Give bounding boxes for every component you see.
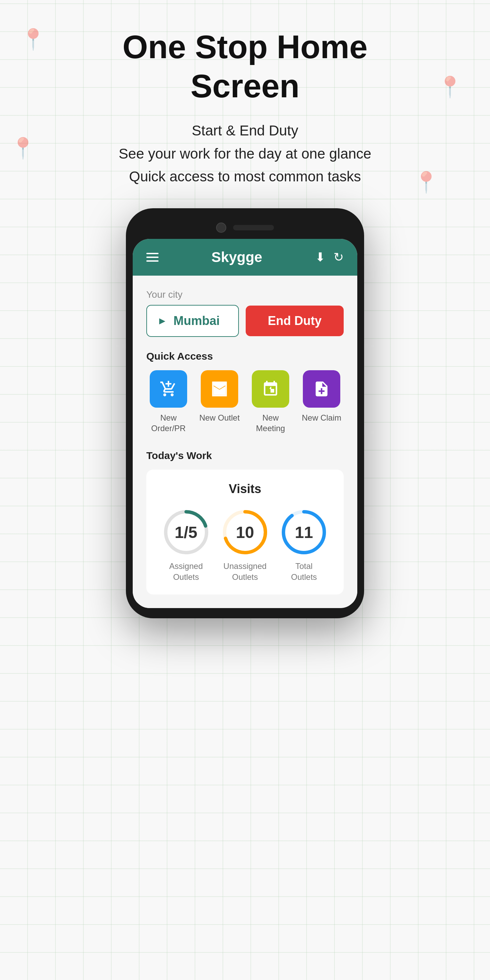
new-order-icon-box — [150, 370, 187, 408]
assigned-circle: 1/5 — [162, 508, 210, 556]
refresh-icon[interactable]: ↻ — [334, 250, 344, 264]
map-pin-decoration-1: 📍 — [21, 27, 46, 51]
todays-work-section: Today's Work Visits — [146, 450, 344, 594]
city-row: Your city ► Mumbai End Duty — [146, 289, 344, 337]
page-title: One Stop Home Screen — [92, 27, 398, 105]
map-pin-decoration-2: 📍 — [437, 75, 463, 99]
qa-new-order[interactable]: New Order/PR — [146, 370, 191, 434]
unassigned-ring — [221, 508, 269, 556]
new-meeting-icon-box — [252, 370, 289, 408]
end-duty-button[interactable]: End Duty — [246, 305, 344, 336]
total-circle: 11 — [280, 508, 328, 556]
hamburger-menu[interactable] — [146, 253, 159, 262]
todays-work-card: Visits 1/5 — [146, 469, 344, 594]
assigned-ring — [162, 508, 210, 556]
map-pin-decoration-4: 📍 — [414, 170, 439, 194]
app-title: Skygge — [211, 249, 262, 266]
document-plus-icon — [313, 380, 331, 398]
subtitle-line2: See your work for the day at one glance — [119, 146, 371, 162]
visits-title: Visits — [156, 482, 334, 496]
header-icons: ⬇ ↻ — [315, 250, 344, 264]
app-header: Skygge ⬇ ↻ — [133, 239, 357, 275]
city-label: Your city — [146, 289, 344, 300]
todays-work-label: Today's Work — [146, 450, 344, 461]
phone-speaker — [233, 225, 274, 231]
phone-notch — [133, 218, 357, 239]
assigned-label: AssignedOutlets — [169, 561, 203, 582]
total-label: TotalOutlets — [291, 561, 317, 582]
new-claim-label: New Claim — [302, 412, 341, 423]
app-content: Your city ► Mumbai End Duty Quick Access — [133, 275, 357, 608]
subtitle-line3: Quick access to most common tasks — [129, 169, 361, 185]
new-meeting-label: New Meeting — [248, 412, 293, 434]
svg-point-5 — [283, 512, 324, 553]
new-outlet-label: New Outlet — [199, 412, 240, 423]
stat-unassigned: 10 UnassignedOutlets — [221, 508, 269, 582]
new-order-label: New Order/PR — [146, 412, 191, 434]
unassigned-label: UnassignedOutlets — [224, 561, 267, 582]
phone-screen: Skygge ⬇ ↻ Your city ► Mumbai End — [133, 239, 357, 608]
qa-new-claim[interactable]: New Claim — [299, 370, 344, 434]
stat-assigned: 1/5 AssignedOutlets — [162, 508, 210, 582]
cart-icon — [159, 380, 177, 398]
location-arrow-icon: ► — [157, 315, 167, 327]
quick-access-grid: New Order/PR New Outlet — [146, 370, 344, 434]
qa-new-outlet[interactable]: New Outlet — [197, 370, 242, 434]
phone-camera — [216, 223, 226, 233]
download-icon[interactable]: ⬇ — [315, 250, 325, 264]
quick-access-label: Quick Access — [146, 350, 344, 362]
new-claim-icon-box — [303, 370, 340, 408]
unassigned-circle: 10 — [221, 508, 269, 556]
hero-subtitle: Start & End Duty See your work for the d… — [119, 119, 371, 188]
quick-access-section: Quick Access New Order/PR — [146, 350, 344, 434]
stat-total: 11 TotalOutlets — [280, 508, 328, 582]
calendar-icon — [262, 380, 279, 398]
qa-new-meeting[interactable]: New Meeting — [248, 370, 293, 434]
visits-stats: 1/5 AssignedOutlets — [156, 508, 334, 582]
store-icon — [211, 380, 228, 398]
map-pin-decoration-3: 📍 — [10, 136, 36, 160]
subtitle-line1: Start & End Duty — [192, 123, 298, 138]
total-ring — [280, 508, 328, 556]
city-button[interactable]: ► Mumbai — [146, 305, 239, 337]
new-outlet-icon-box — [201, 370, 238, 408]
phone-frame: Skygge ⬇ ↻ Your city ► Mumbai End — [126, 208, 364, 618]
city-duty-row: ► Mumbai End Duty — [146, 305, 344, 337]
city-name: Mumbai — [173, 314, 220, 328]
